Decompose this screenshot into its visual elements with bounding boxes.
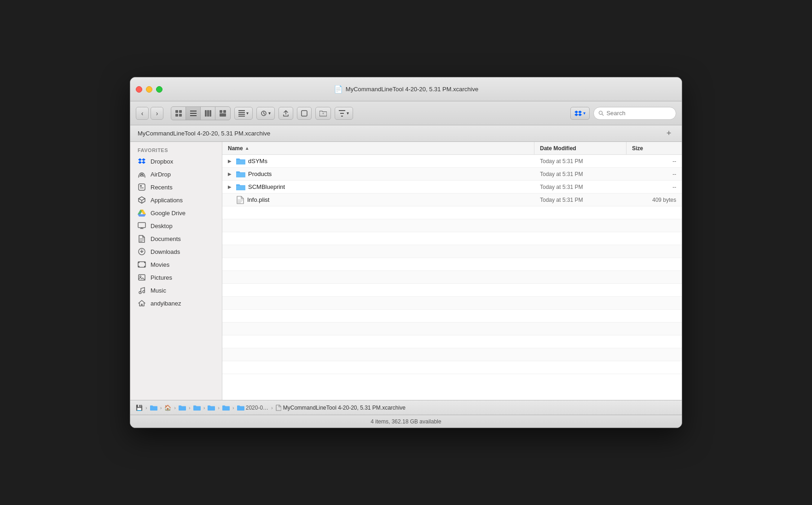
sidebar-item-documents-label: Documents: [151, 235, 181, 242]
svg-rect-5: [190, 113, 197, 114]
main-content: Favorites Dropbox: [130, 142, 682, 400]
table-row[interactable]: ▶ dSYMs Today at 5:31 PM --: [222, 155, 682, 168]
sidebar-item-home-label: andyibanez: [151, 300, 181, 307]
sidebar-item-downloads[interactable]: Downloads: [130, 245, 222, 258]
applications-icon: [138, 196, 146, 204]
sidebar-item-home[interactable]: andyibanez: [130, 297, 222, 310]
list-view-button[interactable]: [186, 107, 201, 120]
back-button[interactable]: ‹: [136, 107, 149, 120]
finder-window: 📄 MyCommandLineTool 4-20-20, 5.31 PM.xca…: [130, 77, 682, 428]
sidebar-item-recents[interactable]: Recents: [130, 181, 222, 194]
home-icon: [138, 299, 146, 307]
path-separator: ›: [174, 405, 176, 411]
expand-button[interactable]: ▶: [226, 158, 233, 165]
file-date-cell: Today at 5:31 PM: [534, 184, 626, 190]
svg-rect-1: [179, 110, 182, 113]
path-item-2[interactable]: [179, 405, 186, 411]
path-separator: ›: [189, 405, 191, 411]
svg-rect-21: [340, 113, 344, 114]
file-size-cell: 409 bytes: [626, 197, 682, 203]
svg-rect-0: [175, 110, 178, 113]
file-date-cell: Today at 5:31 PM: [534, 197, 626, 203]
action-button[interactable]: ▾: [256, 107, 275, 120]
path-item-hd[interactable]: 💾: [136, 405, 143, 411]
table-row[interactable]: ▶ Products Today at 5:31 PM --: [222, 168, 682, 181]
sidebar-item-airdrop[interactable]: AirDrop: [130, 168, 222, 181]
music-icon: [138, 286, 146, 294]
svg-rect-20: [339, 110, 345, 111]
minimize-button[interactable]: [146, 86, 152, 93]
sidebar-item-desktop[interactable]: Desktop: [130, 219, 222, 232]
path-item-5[interactable]: [222, 405, 230, 411]
path-item-3[interactable]: [193, 405, 201, 411]
sidebar-item-recents-label: Recents: [151, 184, 173, 191]
column-view-button[interactable]: [201, 107, 215, 120]
expand-button[interactable]: ▶: [226, 183, 233, 191]
sidebar-item-movies-label: Movies: [151, 261, 169, 268]
table-row[interactable]: ▶ SCMBlueprint Today at 5:31 PM --: [222, 181, 682, 194]
toolbar: ‹ › ▾ ▾: [130, 101, 682, 125]
add-tab-button[interactable]: +: [663, 128, 674, 139]
tag-button[interactable]: [297, 107, 312, 120]
file-name-cell: ▶ Products: [222, 168, 534, 180]
column-date-header[interactable]: Date Modified: [534, 142, 626, 154]
path-item-1[interactable]: [150, 405, 157, 411]
path-home-icon: 🏠: [164, 405, 171, 411]
maximize-button[interactable]: [156, 86, 162, 93]
arrange-button[interactable]: ▾: [234, 107, 253, 120]
googledrive-icon: [138, 209, 146, 217]
sidebar-item-googledrive[interactable]: Google Drive: [130, 206, 222, 219]
empty-row: [222, 284, 682, 297]
svg-rect-6: [190, 115, 197, 116]
forward-button[interactable]: ›: [151, 107, 163, 120]
svg-rect-15: [238, 114, 245, 115]
file-list-header: Name ▲ Date Modified Size: [222, 142, 682, 155]
search-input[interactable]: [606, 110, 671, 117]
close-button[interactable]: [136, 86, 142, 93]
sidebar-item-applications[interactable]: Applications: [130, 194, 222, 206]
gallery-view-button[interactable]: [215, 107, 230, 120]
search-bar[interactable]: [593, 107, 676, 120]
svg-text:+: +: [322, 112, 324, 115]
icon-view-button[interactable]: [171, 107, 186, 120]
sidebar-item-downloads-label: Downloads: [151, 248, 180, 255]
documents-icon: [138, 235, 146, 243]
sidebar-item-dropbox[interactable]: Dropbox: [130, 155, 222, 168]
pictures-icon: [138, 273, 146, 282]
column-size-header[interactable]: Size: [626, 142, 682, 154]
airdrop-icon: [138, 170, 146, 178]
path-item-file[interactable]: MyCommandLineTool 4-20-20, 5.31 PM.xcarc…: [276, 405, 406, 411]
path-item-date[interactable]: 2020-0…: [237, 405, 268, 411]
path-item-home[interactable]: 🏠: [164, 405, 171, 411]
more-button[interactable]: ▾: [335, 107, 353, 120]
svg-point-36: [140, 276, 141, 277]
new-folder-button[interactable]: +: [315, 107, 331, 120]
more-chevron: ▾: [347, 111, 349, 116]
share-button[interactable]: [278, 107, 293, 120]
empty-row: [222, 219, 682, 232]
empty-row: [222, 271, 682, 284]
svg-rect-34: [144, 266, 145, 267]
folder-icon: [236, 170, 245, 178]
dropbox-button[interactable]: ▾: [570, 107, 590, 120]
path-filename: MyCommandLineTool 4-20-20, 5.31 PM.xcarc…: [283, 405, 406, 411]
file-name-cell: ▶ dSYMs: [222, 155, 534, 167]
path-item-4[interactable]: [208, 405, 215, 411]
svg-rect-8: [207, 110, 209, 117]
sidebar-item-documents[interactable]: Documents: [130, 232, 222, 245]
svg-rect-4: [190, 111, 197, 112]
sidebar-item-music[interactable]: Music: [130, 284, 222, 297]
file-name-cell: Info.plist: [222, 194, 534, 206]
expand-button[interactable]: ▶: [226, 170, 233, 178]
recents-icon: [138, 183, 146, 191]
table-row[interactable]: Info.plist Today at 5:31 PM 409 bytes: [222, 194, 682, 206]
empty-row: [222, 310, 682, 323]
empty-row: [222, 245, 682, 258]
svg-rect-22: [341, 116, 343, 117]
file-name: dSYMs: [248, 158, 267, 164]
empty-row: [222, 348, 682, 361]
sidebar-item-pictures[interactable]: Pictures: [130, 271, 222, 284]
column-name-header[interactable]: Name ▲: [222, 142, 534, 154]
svg-rect-10: [220, 113, 226, 117]
sidebar-item-movies[interactable]: Movies: [130, 258, 222, 271]
